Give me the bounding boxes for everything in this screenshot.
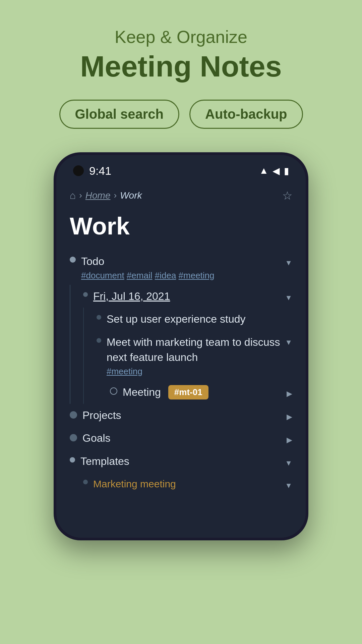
breadcrumb: ⌂ › Home › Work ☆ bbox=[70, 189, 292, 202]
breadcrumb-home-link[interactable]: Home bbox=[85, 190, 111, 201]
projects-chevron[interactable]: ▶ bbox=[287, 413, 292, 421]
templates-chevron[interactable]: ▼ bbox=[285, 459, 292, 468]
home-icon: ⌂ bbox=[70, 190, 76, 201]
phone-outer: 9:41 ▲ ◀ ▮ ⌂ › Home › Work ☆ bbox=[54, 152, 308, 540]
meeting-chevron[interactable]: ▶ bbox=[287, 389, 292, 398]
outline-list: Todo ▼ #document #email #idea #meeting bbox=[70, 250, 292, 495]
list-item: Goals ▶ bbox=[70, 427, 292, 450]
page-title: Work bbox=[70, 212, 292, 240]
marketing-label: Marketing meeting bbox=[93, 477, 285, 491]
todo-label: Todo bbox=[81, 254, 285, 269]
hero-subtitle: Keep & Organize bbox=[115, 27, 247, 47]
camera-dot bbox=[73, 165, 84, 176]
breadcrumb-sep1: › bbox=[79, 190, 82, 201]
list-item: Templates ▼ Marketing meeting bbox=[70, 450, 292, 495]
wifi-icon: ▲ bbox=[259, 165, 268, 176]
task1-text: Set up user experience study bbox=[107, 312, 292, 327]
auto-backup-badge[interactable]: Auto-backup bbox=[189, 100, 303, 129]
list-item: Todo ▼ #document #email #idea #meeting bbox=[70, 250, 292, 404]
bullet bbox=[70, 257, 76, 263]
signal-icon: ◀ bbox=[273, 165, 280, 176]
bullet-task2 bbox=[97, 338, 101, 343]
app-content: ⌂ › Home › Work ☆ Work bbox=[56, 182, 306, 538]
list-item: Set up user experience study bbox=[97, 308, 292, 331]
meeting-label: Meeting bbox=[123, 385, 161, 400]
bullet-marketing bbox=[83, 480, 88, 484]
list-item: Meet with marketing team to discuss next… bbox=[97, 331, 292, 381]
date-text: Fri, Jul 16, 2021 bbox=[93, 289, 285, 304]
goals-chevron[interactable]: ▶ bbox=[287, 436, 292, 444]
marketing-chevron[interactable]: ▼ bbox=[285, 481, 292, 490]
status-time: 9:41 bbox=[89, 164, 111, 177]
badge-row: Global search Auto-backup bbox=[59, 100, 303, 129]
list-item: Projects ▶ bbox=[70, 404, 292, 427]
projects-label: Projects bbox=[82, 408, 287, 423]
breadcrumb-current: Work bbox=[120, 190, 142, 201]
battery-icon: ▮ bbox=[284, 165, 289, 176]
global-search-badge[interactable]: Global search bbox=[59, 100, 180, 129]
bullet-date bbox=[83, 292, 88, 297]
phone-inner: 9:41 ▲ ◀ ▮ ⌂ › Home › Work ☆ bbox=[56, 155, 306, 538]
star-icon[interactable]: ☆ bbox=[282, 189, 292, 202]
task2-text: Meet with marketing team to discuss next… bbox=[107, 335, 282, 365]
todo-chevron[interactable]: ▼ bbox=[285, 259, 292, 267]
meeting-badge: #mt-01 bbox=[168, 385, 208, 399]
bullet-projects bbox=[70, 411, 77, 419]
date-chevron[interactable]: ▼ bbox=[285, 293, 292, 302]
bullet-templates bbox=[70, 457, 75, 463]
goals-label: Goals bbox=[82, 431, 287, 446]
bullet-goals bbox=[70, 434, 77, 441]
todo-tags: #document #email #idea #meeting bbox=[81, 270, 292, 281]
bullet-meeting bbox=[110, 387, 117, 395]
bullet-task1 bbox=[97, 315, 101, 320]
templates-label: Templates bbox=[80, 454, 285, 469]
task2-chevron[interactable]: ▼ bbox=[285, 338, 292, 347]
task2-tag: #meeting bbox=[107, 366, 292, 377]
phone-wrapper: 9:41 ▲ ◀ ▮ ⌂ › Home › Work ☆ bbox=[54, 152, 308, 540]
status-bar: 9:41 ▲ ◀ ▮ bbox=[56, 155, 306, 182]
hero-title: Meeting Notes bbox=[80, 50, 282, 83]
list-item: Marketing meeting ▼ bbox=[70, 473, 292, 495]
list-item: Meeting #mt-01 ▶ bbox=[97, 381, 292, 404]
breadcrumb-sep2: › bbox=[114, 190, 117, 201]
